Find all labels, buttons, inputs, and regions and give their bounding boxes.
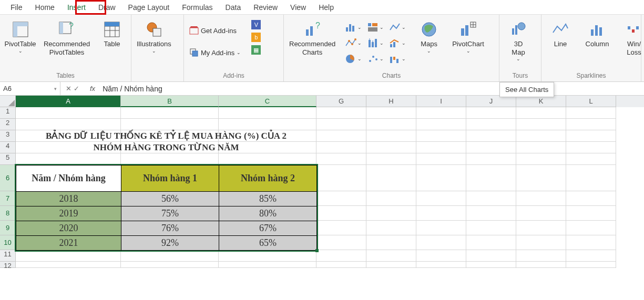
name-box[interactable]: A6 ▾	[0, 82, 60, 95]
tab-draw[interactable]: Draw	[92, 1, 122, 14]
tab-insert[interactable]: Insert	[61, 1, 92, 14]
row-head-7[interactable]: 7	[0, 191, 16, 206]
svg-rect-42	[396, 59, 398, 63]
scatter-chart-icon	[345, 38, 357, 48]
col-head-c[interactable]: C	[219, 96, 316, 107]
row-head-1[interactable]: 1	[0, 107, 16, 119]
svg-rect-17	[306, 29, 309, 36]
get-addins-button[interactable]: Get Add-ins	[187, 23, 243, 38]
col-head-j[interactable]: J	[466, 96, 516, 107]
waterfall-chart-button[interactable]: ⌄	[387, 51, 408, 66]
group-label-tours: Tours	[503, 72, 538, 80]
tab-page-layout[interactable]: Page Layout	[122, 1, 176, 14]
table-header-group1[interactable]: Nhóm hàng 1	[121, 165, 219, 192]
col-head-k[interactable]: K	[516, 96, 566, 107]
globe-icon	[421, 21, 437, 38]
row-head-10[interactable]: 10	[0, 235, 16, 250]
row-head-5[interactable]: 5	[0, 153, 16, 165]
3d-map-button[interactable]: 3D Map ⌄	[503, 20, 534, 63]
tab-help[interactable]: Help	[312, 1, 340, 14]
row-head-4[interactable]: 4	[0, 142, 16, 153]
visio-icon: V	[251, 20, 261, 29]
my-addins-button[interactable]: My Add-ins ⌄	[187, 45, 243, 60]
data-table[interactable]: Năm / Nhóm hàng Nhóm hàng 1 Nhóm hàng 2 …	[16, 165, 317, 251]
illustrations-button[interactable]: Illustrations ⌄	[135, 20, 173, 55]
fx-icon[interactable]: fx	[85, 85, 99, 92]
tab-file[interactable]: File	[4, 1, 29, 14]
col-head-b[interactable]: B	[121, 96, 219, 107]
svg-text:?: ?	[69, 22, 74, 30]
enter-icon[interactable]: ✓	[74, 85, 79, 92]
sparkline-winloss-button[interactable]: Win/ Loss	[618, 20, 644, 57]
recommended-charts-button[interactable]: ? Recommended Charts	[287, 20, 338, 57]
column-chart-button[interactable]: ⌄	[343, 20, 364, 35]
tab-view[interactable]: View	[284, 1, 312, 14]
svg-rect-4	[59, 22, 63, 34]
sparkline-column-icon	[589, 21, 606, 38]
select-all-corner[interactable]	[0, 96, 16, 107]
cancel-icon[interactable]: ✕	[66, 85, 71, 92]
bing-addin-button[interactable]: b	[251, 33, 261, 42]
col-head-h[interactable]: H	[366, 96, 416, 107]
svg-point-37	[369, 60, 371, 62]
svg-rect-57	[636, 26, 639, 29]
svg-rect-50	[515, 25, 517, 35]
sparkline-column-button[interactable]: Column	[581, 20, 613, 49]
svg-rect-35	[393, 42, 395, 47]
bing-icon: b	[251, 33, 261, 42]
shapes-icon	[146, 21, 162, 38]
row-head-6[interactable]: 6	[0, 165, 16, 191]
pivottable-icon	[12, 21, 29, 38]
pivotchart-button[interactable]: PivotChart ⌄	[450, 20, 486, 55]
row-head-12[interactable]: 12	[0, 262, 16, 268]
table-button[interactable]: Table	[96, 20, 128, 49]
svg-rect-40	[390, 57, 392, 63]
sparkline-line-button[interactable]: Line	[545, 20, 576, 49]
row-head-2[interactable]: 2	[0, 119, 16, 130]
line-chart-button[interactable]: ⌄	[387, 20, 408, 35]
visio-addin-button[interactable]: V	[251, 20, 261, 29]
row-head-11[interactable]: 11	[0, 250, 16, 262]
recommended-pivottables-button[interactable]: ? Recommended PivotTables	[43, 20, 91, 57]
scatter-chart-button[interactable]: ⌄	[343, 36, 364, 50]
dropdown-icon: ⌄	[237, 50, 241, 55]
pie-chart-button[interactable]: ⌄	[343, 51, 364, 66]
svg-point-27	[351, 43, 353, 45]
table-icon	[104, 21, 120, 38]
people-addin-button[interactable]: ▦	[251, 45, 261, 55]
tab-data[interactable]: Data	[219, 1, 248, 14]
ribbon: PivotTable ⌄ ? Recommended PivotTables T…	[0, 15, 644, 82]
selection-handle[interactable]	[315, 249, 319, 252]
tab-formulas[interactable]: Formulas	[176, 1, 219, 14]
col-head-l[interactable]: L	[566, 96, 616, 107]
row-head-9[interactable]: 9	[0, 221, 16, 235]
row-head-8[interactable]: 8	[0, 206, 16, 221]
combo-chart-button[interactable]: ⌄	[387, 36, 408, 50]
svg-rect-52	[591, 29, 594, 36]
hierarchy-chart-button[interactable]: ⌄	[365, 20, 386, 35]
table-row: 2021 92% 65%	[16, 236, 317, 251]
col-head-a[interactable]: A	[16, 96, 121, 107]
statistic-chart-button[interactable]: ⌄	[365, 36, 386, 50]
svg-rect-25	[368, 27, 377, 32]
spreadsheet-grid[interactable]: A B C G H I J K L 1 2 3 4 5 6 7 8 9 10 1…	[0, 96, 644, 268]
waterfall-chart-icon	[389, 54, 402, 64]
dropdown-icon: ⌄	[427, 48, 431, 54]
bubble-chart-button[interactable]: ⌄	[365, 51, 386, 66]
row-head-3[interactable]: 3	[0, 130, 16, 142]
hierarchy-chart-icon	[367, 22, 380, 33]
tab-review[interactable]: Review	[247, 1, 284, 14]
col-head-g[interactable]: G	[316, 96, 366, 107]
svg-rect-34	[390, 44, 392, 47]
svg-text:?: ?	[315, 21, 320, 30]
svg-rect-16	[192, 51, 198, 56]
svg-rect-53	[595, 25, 598, 36]
tab-home[interactable]: Home	[29, 1, 61, 14]
maps-button[interactable]: Maps ⌄	[413, 20, 445, 55]
svg-rect-55	[628, 26, 630, 29]
pivottable-button[interactable]: PivotTable ⌄	[3, 20, 37, 55]
table-header-year[interactable]: Năm / Nhóm hàng	[16, 165, 121, 192]
formula-input[interactable]: Năm / Nhóm hàng	[99, 85, 644, 93]
col-head-i[interactable]: I	[416, 96, 466, 107]
table-header-group2[interactable]: Nhóm hàng 2	[219, 165, 317, 192]
